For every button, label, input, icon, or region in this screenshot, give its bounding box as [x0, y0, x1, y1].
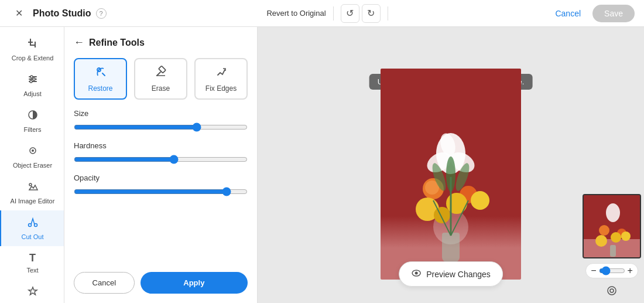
sidebar-item-label-cut-out: Cut Out — [22, 233, 44, 240]
hardness-label: Hardness — [74, 141, 248, 150]
opacity-slider-group: Opacity — [74, 173, 248, 196]
zoom-fit-button[interactable] — [607, 285, 617, 298]
sidebar-item-filters[interactable]: Filters — [0, 103, 64, 139]
fix-edges-label: Fix Edges — [205, 84, 237, 93]
hardness-slider-group: Hardness — [74, 141, 248, 164]
tool-row: Restore Erase Fix Edges — [74, 58, 248, 100]
size-slider[interactable] — [74, 122, 248, 132]
sidebar: Crop & Extend Adjust Filters Object Eras… — [0, 27, 64, 303]
panel-header: ← Refine Tools — [74, 36, 248, 49]
sidebar-item-label-object-eraser: Object Eraser — [13, 162, 52, 169]
adjust-icon — [27, 73, 39, 88]
svg-point-13 — [29, 183, 32, 186]
restore-icon — [94, 65, 107, 81]
app-title: Photo Studio — [33, 8, 91, 19]
panel-actions: Cancel Apply — [74, 272, 248, 294]
sidebar-item-crop[interactable]: Crop & Extend — [0, 32, 64, 67]
decorative-icon — [27, 285, 39, 300]
cut-out-icon — [27, 216, 39, 231]
revert-button[interactable]: Revert to Original — [266, 9, 326, 18]
zoom-slider[interactable] — [599, 266, 625, 275]
canvas-area[interactable]: Use the brush to restore parts of the im… — [258, 27, 644, 303]
hardness-slider[interactable] — [74, 155, 248, 164]
svg-point-22 — [98, 69, 100, 70]
svg-point-12 — [32, 149, 34, 152]
svg-point-8 — [33, 78, 35, 80]
svg-point-51 — [621, 231, 631, 241]
crop-icon — [27, 38, 39, 52]
opacity-slider[interactable] — [74, 187, 248, 196]
sidebar-item-label-text: Text — [26, 267, 38, 274]
svg-rect-3 — [28, 42, 33, 43]
ai-image-icon — [27, 181, 39, 195]
refine-panel: ← Refine Tools Restore Erase Fix — [64, 27, 258, 303]
text-icon: T — [29, 252, 36, 264]
svg-point-35 — [434, 207, 450, 223]
svg-point-7 — [30, 76, 33, 78]
svg-point-46 — [606, 203, 620, 222]
flower-image — [381, 69, 521, 280]
back-button[interactable]: ← — [74, 36, 84, 49]
svg-point-43 — [415, 272, 418, 275]
sidebar-item-ai-image[interactable]: AI Image Editor — [0, 175, 64, 210]
svg-point-9 — [30, 80, 32, 83]
divider — [333, 6, 334, 21]
sidebar-item-text[interactable]: T Text — [0, 246, 64, 280]
topbar-right: Cancel Save — [548, 5, 635, 22]
cancel-button[interactable]: Cancel — [548, 5, 588, 22]
restore-tool-button[interactable]: Restore — [74, 58, 127, 100]
svg-point-50 — [611, 232, 621, 243]
sidebar-item-label-adjust: Adjust — [23, 90, 42, 97]
undo-redo-group: ↺ ↻ — [341, 4, 381, 23]
sidebar-item-label-filters: Filters — [24, 126, 42, 133]
close-button[interactable]: ✕ — [9, 4, 28, 23]
object-eraser-icon — [27, 145, 39, 159]
flower-arrangement — [392, 118, 509, 247]
size-label: Size — [74, 109, 248, 118]
svg-point-54 — [610, 289, 614, 292]
preview-label: Preview Changes — [426, 270, 491, 279]
thumbnail-panel: − + — [580, 189, 644, 303]
svg-point-33 — [446, 193, 467, 214]
restore-label: Restore — [88, 84, 112, 93]
topbar-center: Revert to Original ↺ ↻ — [266, 4, 388, 23]
sidebar-item-label-ai-image: AI Image Editor — [11, 198, 55, 205]
zoom-minus-button[interactable]: − — [591, 266, 596, 275]
redo-button[interactable]: ↻ — [362, 4, 381, 23]
svg-point-49 — [595, 235, 607, 247]
sidebar-item-object-eraser[interactable]: Object Eraser — [0, 139, 64, 175]
sidebar-item-cut-out[interactable]: Cut Out — [0, 210, 64, 246]
preview-changes-button[interactable]: Preview Changes — [399, 261, 503, 287]
help-icon[interactable]: ? — [96, 8, 107, 19]
zoom-plus-button[interactable]: + — [628, 266, 633, 275]
size-slider-group: Size — [74, 109, 248, 132]
sidebar-item-decorative[interactable]: Decorative — [0, 280, 64, 303]
svg-point-47 — [599, 225, 609, 236]
zoom-controls: − + — [585, 263, 638, 278]
main-layout: Crop & Extend Adjust Filters Object Eras… — [0, 27, 644, 303]
svg-rect-23 — [158, 66, 165, 73]
topbar: ✕ Photo Studio ? Revert to Original ↺ ↻ … — [0, 0, 644, 27]
thumbnail-image — [583, 194, 641, 258]
save-button[interactable]: Save — [592, 5, 635, 22]
fix-edges-icon — [215, 65, 228, 81]
topbar-left: ✕ Photo Studio ? — [9, 4, 107, 23]
svg-point-53 — [608, 287, 616, 295]
divider2 — [388, 6, 388, 21]
panel-apply-button[interactable]: Apply — [141, 272, 248, 294]
opacity-label: Opacity — [74, 173, 248, 182]
erase-label: Erase — [152, 84, 170, 93]
erase-tool-button[interactable]: Erase — [134, 58, 187, 100]
erase-icon — [155, 65, 167, 81]
fix-edges-tool-button[interactable]: Fix Edges — [194, 58, 248, 100]
panel-title: Refine Tools — [89, 38, 145, 48]
svg-rect-52 — [610, 245, 616, 257]
preview-eye-icon — [411, 268, 422, 280]
undo-button[interactable]: ↺ — [341, 4, 359, 23]
sidebar-item-adjust[interactable]: Adjust — [0, 67, 64, 103]
panel-cancel-button[interactable]: Cancel — [74, 272, 135, 294]
svg-rect-2 — [35, 42, 36, 47]
sidebar-item-label-crop: Crop & Extend — [12, 55, 54, 62]
filters-icon — [27, 109, 39, 124]
svg-point-34 — [471, 191, 489, 210]
